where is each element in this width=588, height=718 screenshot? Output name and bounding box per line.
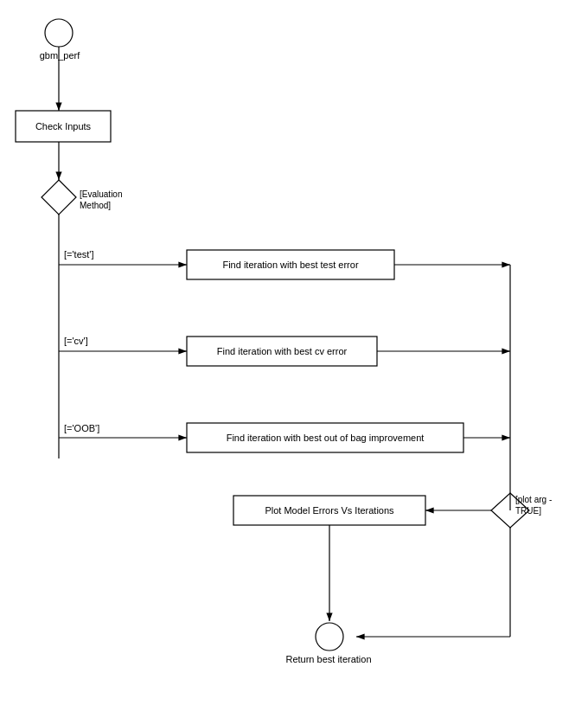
find-oob-label: Find iteration with best out of bag impr… — [187, 423, 463, 452]
find-test-label: Find iteration with best test error — [187, 250, 394, 279]
return-label: Return best iteration — [268, 654, 389, 664]
cond-oob-label: [='OOB'] — [64, 423, 133, 433]
cond-test-label: [='test'] — [64, 249, 125, 260]
cond-cv-label: [='cv'] — [64, 336, 125, 346]
find-cv-label: Find iteration with best cv error — [187, 337, 377, 366]
diagram: gbm_perf Check Inputs [Evaluation Method… — [0, 0, 588, 718]
plot-arg-label: [plot arg - TRUE] — [515, 483, 552, 516]
eval-method-label: [Evaluation Method] — [80, 189, 122, 211]
plot-model-label: Plot Model Errors Vs Iterations — [233, 496, 425, 525]
start-circle — [45, 19, 73, 47]
end-circle — [316, 623, 343, 651]
eval-method-diamond — [42, 180, 76, 215]
start-label: gbm_perf — [38, 50, 81, 61]
check-inputs-label: Check Inputs — [16, 111, 111, 142]
